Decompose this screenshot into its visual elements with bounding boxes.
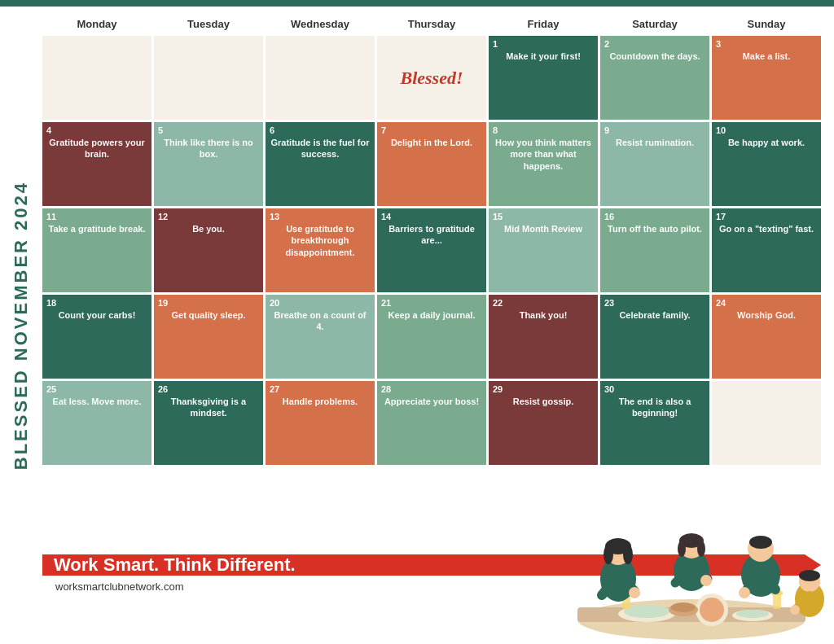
cell-label: Make it your first! (493, 50, 594, 62)
calendar-cell: 3Make a list. (712, 36, 821, 120)
cell-label: Go on a "texting" fast. (716, 223, 817, 234)
svg-point-21 (629, 587, 640, 598)
cell-label: Worship God. (716, 309, 817, 321)
svg-point-26 (697, 541, 705, 557)
calendar-cell: Blessed! (377, 36, 486, 120)
calendar-cell: 2Countdown the days. (600, 36, 709, 120)
cell-label: Appreciate your boss! (381, 396, 482, 407)
calendar-cell (712, 381, 821, 465)
cell-label: Use gratitude to breakthrough disappoint… (270, 223, 371, 258)
cell-number: 10 (716, 125, 726, 135)
cell-number: 11 (46, 212, 56, 221)
svg-point-40 (790, 605, 800, 615)
calendar-cell: 6Gratitude is the fuel for success. (266, 122, 375, 206)
cell-label: Resist rumination. (604, 137, 705, 148)
calendar-cell: 29Resist gossip. (489, 381, 598, 465)
cell-number: 26 (158, 384, 168, 394)
website-text: worksmartclubnetwork.com (55, 580, 184, 593)
page: BLESSED NOVEMBER 2024 MondayTuesdayWedne… (0, 0, 834, 644)
cell-label: How you think matters more than what hap… (493, 137, 594, 172)
calendar-cell: 12Be you. (154, 208, 263, 292)
cell-label: Be happy at work. (716, 137, 817, 148)
cell-number: 17 (716, 212, 726, 221)
cell-label: Handle problems. (270, 396, 371, 407)
cell-number: 2 (604, 39, 609, 49)
cell-number: 12 (158, 212, 168, 221)
cell-number: 19 (158, 298, 168, 308)
banner-text: Work Smart. Think Different. (54, 554, 296, 576)
top-bar (0, 0, 834, 7)
calendar-cell: 18Count your carbs! (42, 295, 151, 379)
sidebar-text: BLESSED NOVEMBER 2024 (11, 181, 32, 470)
cell-number: 7 (381, 125, 386, 135)
cell-number: 8 (493, 125, 498, 135)
cell-label: The end is also a beginning! (604, 396, 705, 419)
cell-number: 6 (270, 125, 274, 135)
cell-label: Breathe on a count of 4. (270, 309, 371, 333)
svg-point-29 (700, 575, 712, 586)
cell-number: 16 (604, 212, 614, 221)
calendar-cell: 20Breathe on a count of 4. (266, 295, 375, 379)
cell-label: Celebrate family. (604, 309, 705, 321)
calendar-cell: 19Get quality sleep. (154, 295, 263, 379)
cell-number: 23 (604, 298, 614, 308)
calendar-cell: 4Gratitude powers your brain. (42, 122, 151, 206)
svg-point-9 (671, 602, 696, 612)
cell-number: 5 (158, 125, 163, 135)
illustration (557, 493, 826, 644)
svg-point-7 (736, 610, 769, 618)
calendar-grid: Blessed!1Make it your first!2Countdown t… (42, 36, 821, 551)
cell-label: Be you. (158, 223, 259, 234)
col-header: Friday (489, 15, 598, 33)
calendar-cell: 8How you think matters more than what ha… (489, 122, 598, 206)
calendar-cell: 22Thank you! (489, 295, 598, 379)
cell-label: Keep a daily journal. (381, 309, 482, 321)
cell-label: Gratitude powers your brain. (46, 137, 147, 160)
col-header: Monday (42, 15, 151, 33)
cell-number: 1 (493, 39, 498, 49)
cell-number: 14 (381, 212, 391, 221)
svg-point-3 (624, 605, 669, 618)
cell-label: Thanksgiving is a mindset. (158, 396, 259, 419)
cell-label: Count your carbs! (46, 309, 147, 321)
cell-number: 24 (716, 298, 726, 308)
cell-label: Think like there is no box. (158, 137, 259, 160)
col-header: Saturday (600, 15, 709, 33)
cell-label: Take a gratitude break. (46, 223, 147, 234)
cell-label: Countdown the days. (604, 50, 705, 62)
cell-number: 9 (604, 125, 609, 135)
cell-label: Eat less. Move more. (46, 396, 147, 407)
cell-number: 3 (716, 39, 721, 49)
cell-label: Thank you! (493, 309, 594, 321)
calendar-cell: 27Handle problems. (266, 381, 375, 465)
col-header: Sunday (712, 15, 821, 33)
svg-point-38 (799, 570, 820, 581)
blessed-text: Blessed! (401, 68, 463, 89)
calendar-cell: 7Delight in the Lord. (377, 122, 486, 206)
svg-point-5 (700, 598, 724, 622)
cell-number: 22 (493, 298, 503, 308)
cell-label: Resist gossip. (493, 396, 594, 407)
cell-label: Mid Month Review (493, 223, 594, 234)
calendar-cell: 14Barriers to gratitude are... (377, 208, 486, 292)
cell-number: 20 (270, 298, 279, 308)
cell-number: 30 (604, 384, 614, 394)
cell-number: 13 (270, 212, 279, 221)
calendar-cell: 25Eat less. Move more. (42, 381, 151, 465)
cell-number: 27 (270, 384, 279, 394)
calendar-header: MondayTuesdayWednesdayThursdayFridaySatu… (42, 15, 821, 33)
calendar-cell: 11Take a gratitude break. (42, 208, 151, 292)
cell-number: 4 (46, 125, 51, 135)
cell-label: Make a list. (716, 50, 817, 62)
cell-number: 28 (381, 384, 391, 394)
svg-point-35 (739, 587, 750, 598)
col-header: Thursday (377, 15, 486, 33)
cell-label: Get quality sleep. (158, 309, 259, 321)
col-header: Tuesday (154, 15, 263, 33)
svg-point-25 (678, 541, 686, 557)
sidebar: BLESSED NOVEMBER 2024 (0, 7, 42, 644)
svg-point-32 (749, 536, 772, 549)
cell-label: Delight in the Lord. (381, 137, 482, 148)
calendar-cell (42, 36, 151, 120)
col-header: Wednesday (266, 15, 375, 33)
